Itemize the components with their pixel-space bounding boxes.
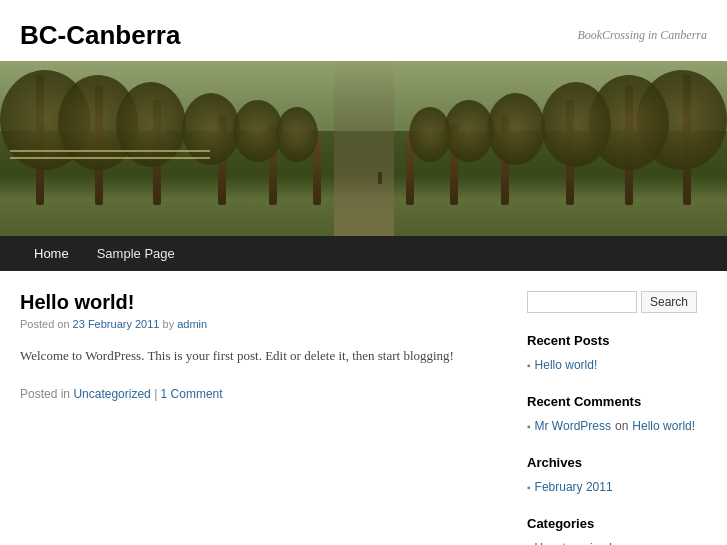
site-title-link[interactable]: BC-Canberra [20,20,180,50]
archives-widget: Archives February 2011 [527,455,707,496]
categories-title: Categories [527,516,707,531]
list-item: Uncategorized [527,539,707,545]
post-date-link[interactable]: 23 February 2011 [73,318,160,330]
archives-list: February 2011 [527,478,707,496]
post-meta: Posted on 23 February 2011 by admin [20,318,507,330]
recent-posts-widget: Recent Posts Hello world! [527,333,707,374]
post-category-link[interactable]: Uncategorized [73,387,150,401]
recent-post-link-1[interactable]: Hello world! [535,358,598,372]
recent-comments-list: Mr WordPress on Hello world! [527,417,707,435]
search-form: Search [527,291,707,313]
search-input[interactable] [527,291,637,313]
recent-posts-title: Recent Posts [527,333,707,348]
recent-comments-title: Recent Comments [527,394,707,409]
comment-post-link[interactable]: Hello world! [632,419,695,433]
post-footer: Posted in Uncategorized | 1 Comment [20,387,507,401]
list-item: February 2011 [527,478,707,496]
nav-item-home[interactable]: Home [20,236,83,271]
post-content: Welcome to WordPress. This is your first… [20,346,507,367]
sidebar: Search Recent Posts Hello world! Recent … [527,291,707,545]
category-link-1[interactable]: Uncategorized [535,541,612,545]
categories-widget: Categories Uncategorized [527,516,707,545]
search-widget: Search [527,291,707,313]
archive-link-1[interactable]: February 2011 [535,480,613,494]
post-author-link[interactable]: admin [177,318,207,330]
main-content: Hello world! Posted on 23 February 2011 … [20,291,507,545]
recent-posts-list: Hello world! [527,356,707,374]
recent-comments-widget: Recent Comments Mr WordPress on Hello wo… [527,394,707,435]
archives-title: Archives [527,455,707,470]
categories-list: Uncategorized [527,539,707,545]
comment-author-link[interactable]: Mr WordPress [535,419,611,433]
post-title: Hello world! [20,291,507,314]
site-tagline: BookCrossing in Canberra [577,28,707,43]
list-item: Hello world! [527,356,707,374]
list-item: Mr WordPress on Hello world! [527,417,707,435]
hero-image [0,61,727,236]
post-comment-link[interactable]: 1 Comment [161,387,223,401]
nav-item-sample[interactable]: Sample Page [83,236,189,271]
search-button[interactable]: Search [641,291,697,313]
navigation: Home Sample Page [0,236,727,271]
post: Hello world! Posted on 23 February 2011 … [20,291,507,401]
